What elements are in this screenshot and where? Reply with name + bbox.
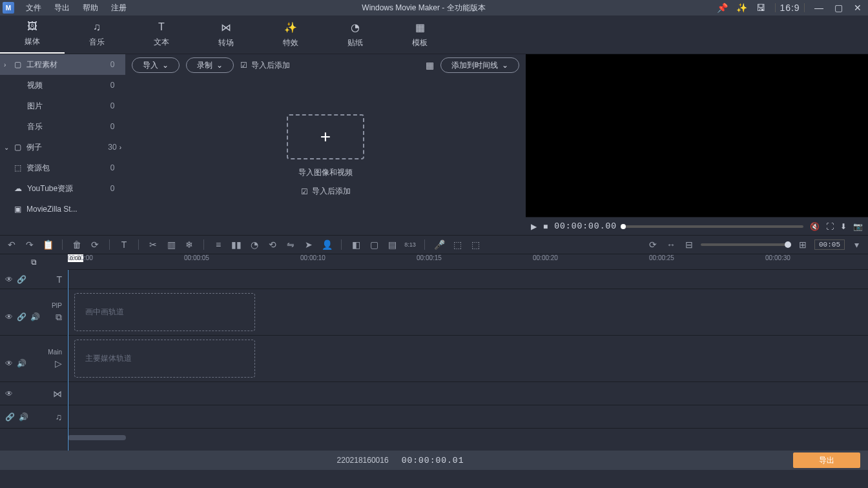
ratio-button[interactable]: 8:13 [404, 238, 417, 251]
export-clip-button[interactable]: ⬚ [451, 238, 464, 251]
play-button[interactable]: ▶ [531, 222, 537, 231]
aspect-ratio[interactable]: 16:9 [782, 1, 798, 14]
tab-effect[interactable]: ✨特效 [258, 15, 323, 54]
flip-button[interactable]: ⇋ [284, 238, 297, 251]
volume-icon[interactable]: 🔊 [30, 312, 40, 321]
rotate-button[interactable]: ⟲ [266, 238, 279, 251]
sidebar-item-examples[interactable]: ⌄ ▢例子30 › [0, 137, 125, 158]
close-button[interactable]: ✕ [850, 1, 865, 14]
stop-button[interactable]: ■ [543, 222, 548, 231]
dropdown-icon[interactable]: ▾ [850, 238, 863, 251]
pip-icon[interactable]: ⧉ [56, 312, 62, 323]
track-lane-audio[interactable] [68, 405, 868, 429]
sidebar-item-resources[interactable]: ⬚资源包0 [0, 158, 125, 178]
timeline-duration[interactable]: 00:05 [814, 239, 845, 250]
music-track-icon[interactable]: ♫ [56, 412, 63, 422]
tab-transition[interactable]: ⋈转场 [194, 15, 258, 54]
eye-icon[interactable]: 👁 [5, 275, 13, 284]
loop-button[interactable]: ⟳ [646, 238, 659, 251]
arrow-button[interactable]: ➤ [302, 238, 315, 251]
cut-button[interactable]: ✂ [147, 238, 160, 251]
preview-progress[interactable] [623, 225, 803, 228]
delete-button[interactable]: 🗑 [70, 238, 83, 251]
fullscreen-icon[interactable]: ⛶ [826, 222, 834, 231]
import-drop-box[interactable]: + [287, 114, 364, 159]
track-lane-pip[interactable]: 画中画轨道 [68, 289, 868, 336]
paste-button[interactable]: 📋 [41, 238, 54, 251]
mic-button[interactable]: 🎤 [433, 238, 446, 251]
undo-button[interactable]: ↶ [5, 238, 18, 251]
text-tool-button[interactable]: T [118, 238, 130, 251]
record-screen-button[interactable]: ⬚ [469, 238, 482, 251]
export-button[interactable]: 导出 [793, 452, 860, 468]
zoom-out-icon[interactable]: ⊟ [683, 238, 696, 251]
tab-media[interactable]: 🖼媒体 [0, 15, 65, 54]
fit-button[interactable]: ↔ [665, 238, 677, 251]
tracks-area[interactable]: 画中画轨道 主要媒体轨道 [68, 270, 868, 451]
import-drop-area: + 导入图像和视频 ☑导入后添加 [125, 76, 526, 235]
timeline-ruler[interactable]: 0:00 00:00:00 00:00:05 00:00:10 00:00:15… [68, 254, 868, 270]
tab-template[interactable]: ▦模板 [388, 15, 452, 54]
repeat-button[interactable]: ⟳ [88, 238, 101, 251]
zoom-slider[interactable] [701, 243, 791, 246]
eye-icon[interactable]: 👁 [5, 312, 13, 321]
main-drop-target[interactable]: 主要媒体轨道 [74, 340, 255, 378]
sidebar-item-project[interactable]: › ▢工程素材0 [0, 54, 125, 75]
drop-add-after-import[interactable]: ☑导入后添加 [301, 186, 351, 197]
volume-icon[interactable]: 🔊 [17, 359, 26, 368]
mute-icon[interactable]: 🔇 [810, 222, 820, 231]
link-icon[interactable]: 🔗 [17, 312, 26, 321]
filter-button[interactable]: ▤ [386, 238, 398, 251]
transition-track-icon[interactable]: ⋈ [53, 389, 62, 399]
sidebar-item-image[interactable]: 图片0 [0, 96, 125, 116]
freeze-button[interactable]: ❄ [183, 238, 196, 251]
color-button[interactable]: ◧ [349, 238, 362, 251]
add-to-timeline-button[interactable]: 添加到时间线⌄ [440, 57, 519, 73]
volume-icon[interactable]: 🔊 [19, 412, 28, 422]
tab-sticker[interactable]: ◔贴纸 [323, 15, 388, 54]
sidebar-item-youtube[interactable]: ☁YouTube资源0 [0, 178, 125, 199]
save-icon[interactable]: 🖫 [753, 1, 769, 14]
link-icon[interactable]: 🔗 [17, 275, 26, 284]
timeline-playhead[interactable] [68, 270, 68, 451]
track-lane-text[interactable] [68, 270, 868, 289]
checkbox-icon: ☑ [240, 61, 247, 70]
sidebar-item-music[interactable]: 音乐0 [0, 116, 125, 137]
eye-icon[interactable]: 👁 [5, 359, 13, 368]
snapshot-icon[interactable]: ⬇ [840, 222, 847, 231]
zoom-in-icon[interactable]: ⊞ [796, 238, 809, 251]
sidebar-item-moviezilla[interactable]: ▣MovieZilla St... [0, 199, 125, 219]
grid-view-icon[interactable]: ▦ [426, 60, 434, 70]
speed-button[interactable]: ◔ [248, 238, 261, 251]
import-button[interactable]: 导入⌄ [132, 57, 180, 73]
track-lane-transition[interactable] [68, 382, 868, 405]
split-button[interactable]: ▥ [165, 238, 178, 251]
menu-file[interactable]: 文件 [19, 3, 48, 14]
pin-icon[interactable]: 📌 [714, 1, 730, 14]
columns-button[interactable]: ▮▮ [230, 238, 243, 251]
crop-button[interactable]: ▢ [367, 238, 380, 251]
record-button[interactable]: 录制⌄ [186, 57, 234, 73]
eye-icon[interactable]: 👁 [5, 389, 13, 398]
track-lane-main[interactable]: 主要媒体轨道 [68, 336, 868, 382]
align-button[interactable]: ≡ [212, 238, 225, 251]
sidebar-item-video[interactable]: 视频0 [0, 75, 125, 96]
timeline-scrollbar[interactable] [68, 435, 126, 440]
person-button[interactable]: 👤 [320, 238, 333, 251]
menu-register[interactable]: 注册 [105, 3, 133, 14]
add-after-import-check[interactable]: ☑导入后添加 [240, 60, 290, 71]
minimize-button[interactable]: — [811, 1, 827, 14]
copy-icon[interactable]: ⧉ [31, 258, 37, 267]
menu-export[interactable]: 导出 [48, 3, 76, 14]
play-track-icon[interactable]: ▷ [55, 358, 62, 369]
sparkle-icon[interactable]: ✨ [734, 1, 749, 14]
maximize-button[interactable]: ▢ [831, 1, 846, 14]
link-icon[interactable]: 🔗 [5, 412, 15, 422]
redo-button[interactable]: ↷ [23, 238, 36, 251]
tab-text[interactable]: T文本 [129, 15, 194, 54]
text-track-icon[interactable]: T [56, 274, 62, 285]
tab-music[interactable]: ♫音乐 [65, 15, 129, 54]
camera-icon[interactable]: 📷 [853, 222, 863, 231]
pip-drop-target[interactable]: 画中画轨道 [74, 293, 255, 331]
menu-help[interactable]: 帮助 [76, 3, 105, 14]
